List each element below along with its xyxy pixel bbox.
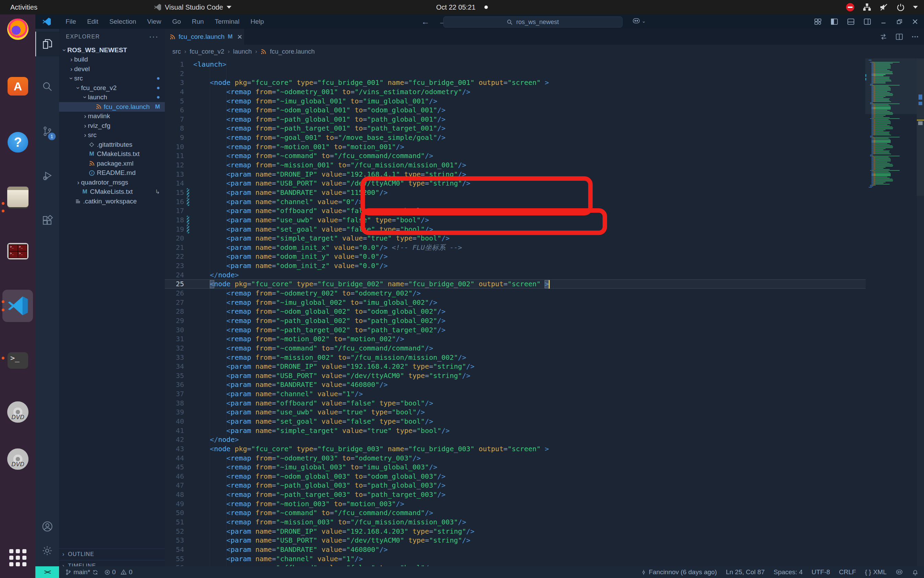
tree-item-fcu_core_v2[interactable]: ›fcu_core_v2● (59, 83, 165, 93)
tree-item-devel[interactable]: ›devel (59, 64, 165, 74)
show-applications-button[interactable] (6, 546, 29, 569)
system-tray[interactable] (846, 3, 918, 12)
git-blame-status[interactable]: Fancinnov (6 days ago) (641, 568, 717, 576)
copilot-menu[interactable]: ⌄ (632, 17, 646, 25)
tree-item-.catkin_workspace[interactable]: .catkin_workspace (59, 196, 165, 206)
dock-dvd-1[interactable]: DVD (6, 401, 29, 423)
command-center-search[interactable]: ros_ws_newest (443, 16, 623, 28)
code-line-29[interactable]: 29 <remap from="~path_global_002" to="pa… (165, 316, 924, 325)
menu-go[interactable]: Go (167, 18, 186, 26)
code-line-28[interactable]: 28 <remap from="~odom_global_002" to="od… (165, 307, 924, 316)
code-line-48[interactable]: 48 <remap from="~path_target_003" to="pa… (165, 490, 924, 499)
code-line-1[interactable]: 1<launch> (165, 60, 924, 69)
code-line-38[interactable]: 38 <param name="offboard" value="false" … (165, 399, 924, 408)
minimap-slider[interactable] (865, 58, 917, 114)
tree-item-package.xml[interactable]: package.xml (59, 159, 165, 168)
toggle-sidebar-icon[interactable] (830, 18, 838, 26)
tree-item-cmakelists.txt[interactable]: MCMakeLists.txt (59, 149, 165, 159)
code-line-22[interactable]: 22 <param name="odom_init_y" value="0.0"… (165, 252, 924, 261)
menu-run[interactable]: Run (186, 18, 209, 26)
eol-status[interactable]: CRLF (839, 568, 856, 576)
code-line-7[interactable]: 7 <remap from="~path_global_001" to="pat… (165, 115, 924, 124)
dock-ubuntu-software[interactable]: A (6, 75, 29, 97)
activity-settings[interactable] (36, 538, 59, 563)
code-line-6[interactable]: 6 <remap from="~odom_global_001" to="odo… (165, 106, 924, 115)
code-line-51[interactable]: 51 <remap from="~mission_003" to="/fcu_m… (165, 518, 924, 527)
problems-status[interactable]: 0 0 (104, 568, 133, 576)
code-line-41[interactable]: 41 <param name="simple_target" value="tr… (165, 426, 924, 435)
language-status[interactable]: { }XML (865, 568, 887, 576)
code-line-32[interactable]: 32 <remap from="~command" to="/fcu_comma… (165, 344, 924, 353)
open-changes-icon[interactable] (879, 32, 888, 41)
code-line-50[interactable]: 50 <remap from="~command" to="/fcu_comma… (165, 508, 924, 518)
activity-extensions[interactable] (36, 208, 59, 233)
activity-search[interactable] (36, 74, 59, 99)
remote-indicator[interactable]: >< (36, 566, 59, 578)
code-line-27[interactable]: 27 <remap from="~imu_global_002" to="imu… (165, 298, 924, 307)
breadcrumb-item-fcu_core.launch[interactable]: fcu_core.launch (270, 48, 315, 55)
clock[interactable]: Oct 22 05:21 (436, 3, 488, 11)
code-line-55[interactable]: 55 <param name="channel" value="1"/> (165, 554, 924, 563)
breadcrumb-item-fcu_core_v2[interactable]: fcu_core_v2 (189, 48, 224, 55)
code-line-47[interactable]: 47 <remap from="~path_global_003" to="pa… (165, 481, 924, 490)
code-line-56[interactable]: 56 <param name="offboard" value="false" … (165, 563, 924, 566)
minimize-button[interactable] (880, 18, 887, 25)
sidebar-more-actions[interactable]: ··· (149, 32, 159, 41)
activity-account[interactable] (36, 514, 59, 539)
notifications-bell[interactable] (912, 569, 919, 576)
dock-terminal[interactable]: >_ (6, 349, 29, 372)
code-line-31[interactable]: 31 <remap from="~motion_002" to="motion_… (165, 334, 924, 344)
code-line-40[interactable]: 40 <param name="set_goal" value="false" … (165, 417, 924, 426)
code-line-2[interactable]: 2 (165, 69, 924, 78)
code-line-8[interactable]: 8 <remap from="~path_target_001" to="pat… (165, 124, 924, 133)
tab-close-icon[interactable]: ✕ (237, 33, 243, 41)
code-line-24[interactable]: 24 </node> (165, 270, 924, 280)
dock-files[interactable] (6, 185, 29, 208)
menu-view[interactable]: View (142, 18, 167, 26)
breadcrumb-item-src[interactable]: src (172, 48, 181, 55)
code-line-9[interactable]: 9 <remap from="~goal_001" to="/move_base… (165, 133, 924, 142)
code-line-39[interactable]: 39 <param name="use_uwb" value="true" ty… (165, 408, 924, 417)
activity-run-debug[interactable] (36, 164, 59, 188)
cursor-position-status[interactable]: Ln 25, Col 87 (726, 568, 765, 576)
menu-terminal[interactable]: Terminal (209, 18, 245, 26)
code-line-44[interactable]: 44 <remap from="~odometry_003" to="odome… (165, 454, 924, 463)
encoding-status[interactable]: UTF-8 (811, 568, 830, 576)
code-line-3[interactable]: 3 <node pkg="fcu_core" type="fcu_bridge_… (165, 78, 924, 87)
menu-file[interactable]: File (60, 18, 82, 26)
activities-button[interactable]: Activities (0, 0, 48, 15)
minimap[interactable] (865, 58, 917, 566)
tree-item-ros_ws_newest[interactable]: ›ROS_WS_NEWEST (59, 45, 165, 55)
dock-vscode[interactable] (6, 294, 29, 317)
branch-status[interactable]: main* (65, 568, 98, 576)
tree-item-build[interactable]: ›build (59, 55, 165, 65)
more-actions-icon[interactable] (911, 32, 919, 41)
indentation-status[interactable]: Spaces: 4 (774, 568, 803, 576)
code-line-49[interactable]: 49 <remap from="~motion_003" to="motion_… (165, 499, 924, 508)
code-line-33[interactable]: 33 <remap from="~mission_002" to="/fcu_m… (165, 353, 924, 362)
tree-item-cmakelists.txt[interactable]: MCMakeLists.txt↳ (59, 187, 165, 197)
code-line-36[interactable]: 36 <param name="BANDRATE" value="460800"… (165, 380, 924, 389)
code-line-37[interactable]: 37 <param name="channel" value="1"/> (165, 389, 924, 399)
menu-help[interactable]: Help (245, 18, 269, 26)
code-line-23[interactable]: 23 <param name="odom_init_z" value="0.0"… (165, 261, 924, 270)
menu-selection[interactable]: Selection (104, 18, 141, 26)
code-line-42[interactable]: 42 </node> (165, 435, 924, 444)
code-line-12[interactable]: 12 <remap from="~mission_001" to="/fcu_m… (165, 161, 924, 170)
tree-item-src[interactable]: ›src● (59, 74, 165, 83)
code-line-20[interactable]: 20 <param name="simple_target" value="tr… (165, 234, 924, 243)
overview-ruler[interactable] (917, 58, 924, 566)
code-line-34[interactable]: 34 <param name="DRONE_IP" value="192.168… (165, 362, 924, 371)
close-button[interactable] (912, 18, 919, 25)
copilot-status[interactable] (895, 569, 903, 576)
menu-edit[interactable]: Edit (82, 18, 104, 26)
tree-item-launch[interactable]: ›launch● (59, 93, 165, 102)
code-line-35[interactable]: 35 <param name="USB_PORT" value="/dev/tt… (165, 371, 924, 380)
code-line-54[interactable]: 54 <param name="BANDRATE" value="460800"… (165, 545, 924, 554)
activity-source-control[interactable]: 1 (36, 119, 59, 144)
toggle-secondary-sidebar-icon[interactable] (864, 18, 871, 26)
nav-back-button[interactable]: ← (421, 17, 430, 26)
tree-item-mavlink[interactable]: ›mavlink (59, 112, 165, 121)
dock-dvd-2[interactable]: DVD (6, 448, 29, 471)
customize-layout-icon[interactable] (814, 18, 822, 26)
